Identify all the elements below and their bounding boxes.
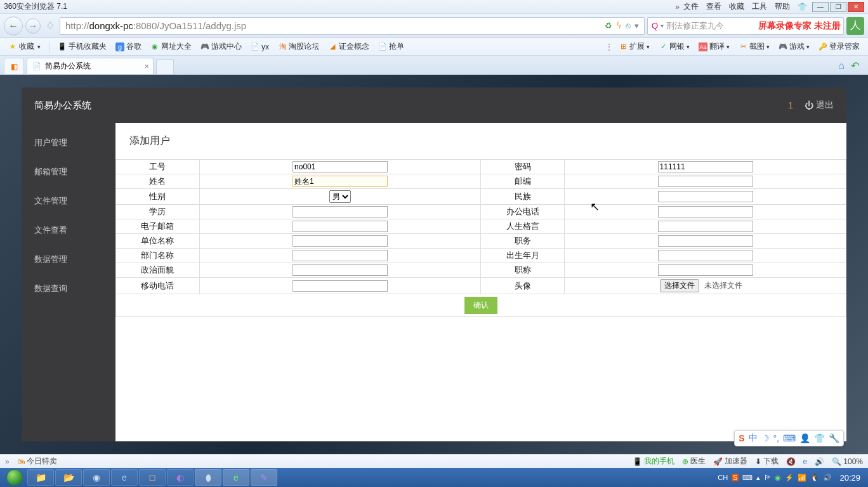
tray-vol-icon[interactable]: 🔊 xyxy=(823,474,832,482)
submit-button[interactable]: 确认 xyxy=(464,297,497,314)
doctor[interactable]: ⊕医生 xyxy=(682,456,706,467)
task-recorder[interactable]: ✎ xyxy=(251,469,277,486)
games-button[interactable]: 🎮游戏▾ xyxy=(775,40,813,53)
menu-more-icon[interactable]: » xyxy=(675,3,680,11)
tab-close-button[interactable]: × xyxy=(144,62,149,71)
task-ie[interactable]: e xyxy=(111,469,138,486)
ie-mode-icon[interactable]: e xyxy=(803,457,808,466)
tray-power-icon[interactable]: ⚡ xyxy=(785,474,794,482)
task-myeclipse[interactable]: ⬮ xyxy=(195,469,221,486)
zoom-level[interactable]: 🔍100% xyxy=(832,457,863,466)
menu-file[interactable]: 文件 xyxy=(683,1,699,12)
new-tab-button[interactable] xyxy=(156,59,174,74)
input-motto[interactable] xyxy=(658,221,753,232)
input-tel[interactable] xyxy=(658,206,753,218)
sidebar-item-query[interactable]: 数据查询 xyxy=(22,274,115,303)
tray-qq-icon[interactable]: 🐧 xyxy=(810,474,819,482)
account-button[interactable]: 人 xyxy=(846,17,864,35)
screenshot-button[interactable]: ✂截图▾ xyxy=(735,40,773,53)
file-choose-button[interactable]: 选择文件 xyxy=(660,279,699,292)
my-phone[interactable]: 📱我的手机 xyxy=(633,456,674,467)
bookmark-zhengjin[interactable]: ◢证金概念 xyxy=(325,40,372,53)
logout-button[interactable]: ⏻退出 xyxy=(805,100,834,111)
input-title[interactable] xyxy=(658,264,753,276)
search-dropdown-icon[interactable]: ▾ xyxy=(661,22,664,29)
active-tab[interactable]: 📄 简易办公系统 × xyxy=(27,58,154,74)
ime-punct-icon[interactable]: °, xyxy=(773,433,780,443)
tray-keyboard-icon[interactable]: ⌨ xyxy=(742,474,753,482)
login-mgr-button[interactable]: 🔑登录管家 xyxy=(815,40,863,53)
today-sale[interactable]: 🛍今日特卖 xyxy=(17,456,57,467)
tray-lang[interactable]: CH xyxy=(718,474,728,481)
search-bar[interactable]: Q ▾ 刑法修正案九今 屏幕录像专家 未注册 xyxy=(647,17,844,35)
menu-view[interactable]: 查看 xyxy=(706,1,721,12)
recycle-icon[interactable]: ♻ xyxy=(605,21,612,30)
bookmark-mobile[interactable]: 📱手机收藏夹 xyxy=(55,40,110,53)
tray-net-icon[interactable]: 📶 xyxy=(798,474,806,482)
bank-button[interactable]: ✓网银▾ xyxy=(655,40,693,53)
window-close[interactable]: ✕ xyxy=(848,2,864,12)
home-icon[interactable]: ⌂ xyxy=(838,60,845,72)
task-explorer[interactable]: 📁 xyxy=(27,469,54,486)
ime-moon-icon[interactable]: ☽ xyxy=(761,433,770,443)
sidebar-item-user[interactable]: 用户管理 xyxy=(22,128,115,157)
accelerator[interactable]: 🚀加速器 xyxy=(713,456,747,467)
dropdown-icon[interactable]: ▾ xyxy=(635,21,639,30)
undo-icon[interactable]: ↶ xyxy=(851,60,859,72)
bookmark-qiangdan[interactable]: 📄抢单 xyxy=(375,40,407,53)
nav-back-button[interactable]: ← xyxy=(4,16,23,36)
sidebar-item-file[interactable]: 文件管理 xyxy=(22,186,115,216)
task-chrome[interactable]: ◉ xyxy=(83,469,110,486)
system-tray[interactable]: CH S ⌨ ▴ 🏳 ◉ ⚡ 📶 🐧 🔊 20:29 xyxy=(713,473,865,483)
task-360[interactable]: e xyxy=(223,469,249,486)
mute-icon[interactable]: 🔇 xyxy=(786,457,796,466)
input-dept[interactable] xyxy=(293,250,388,261)
input-name[interactable] xyxy=(293,176,388,187)
input-zip[interactable] xyxy=(658,176,753,187)
input-birth[interactable] xyxy=(658,250,753,261)
status-chevron-icon[interactable]: » xyxy=(5,457,10,466)
input-mobile[interactable] xyxy=(293,280,388,292)
tray-360-icon[interactable]: ◉ xyxy=(775,474,781,482)
pinned-tab[interactable]: ◧ xyxy=(4,58,24,74)
start-button[interactable] xyxy=(3,469,27,486)
input-duty[interactable] xyxy=(658,235,753,247)
bolt-icon[interactable]: ϟ xyxy=(616,21,622,30)
ext-button[interactable]: ⊞扩展▾ xyxy=(615,40,653,53)
ime-person-icon[interactable]: 👤 xyxy=(799,433,810,443)
input-pwd[interactable] xyxy=(658,161,753,172)
compat-icon[interactable]: ⎋ xyxy=(626,21,631,30)
sidebar-item-fileview[interactable]: 文件查看 xyxy=(22,216,115,245)
translate-button[interactable]: Aa翻译▾ xyxy=(695,40,733,53)
task-eclipse[interactable]: ◐ xyxy=(167,469,194,486)
bookmark-taogu[interactable]: 淘淘股论坛 xyxy=(275,40,322,53)
input-email[interactable] xyxy=(293,221,388,232)
bookmark-google[interactable]: g谷歌 xyxy=(112,40,145,53)
input-edu[interactable] xyxy=(293,206,388,218)
menu-help[interactable]: 帮助 xyxy=(775,1,790,12)
skin-icon[interactable]: 👕 xyxy=(798,3,807,11)
bookmark-sites[interactable]: ◉网址大全 xyxy=(147,40,195,53)
ime-tool-icon[interactable]: 🔧 xyxy=(829,433,839,443)
input-nation[interactable] xyxy=(658,191,753,202)
ime-keyboard-icon[interactable]: ⌨ xyxy=(783,433,796,443)
tray-flag-icon[interactable]: 🏳 xyxy=(764,474,771,481)
window-minimize[interactable]: — xyxy=(812,2,829,12)
address-bar[interactable]: http://dongxk-pc:8080/JyOa1511/addyg.jsp… xyxy=(60,17,645,35)
bookmark-games[interactable]: 🎮游戏中心 xyxy=(197,40,245,53)
ime-lang[interactable]: 中 xyxy=(749,432,758,444)
ime-toolbar[interactable]: S 中 ☽ °, ⌨ 👤 👕 🔧 xyxy=(734,430,844,446)
security-shield-icon[interactable]: ♢ xyxy=(43,19,57,33)
ime-skin-icon[interactable]: 👕 xyxy=(814,433,825,443)
sidebar-item-mail[interactable]: 邮箱管理 xyxy=(22,157,115,186)
menu-tools[interactable]: 工具 xyxy=(752,1,767,12)
window-restore[interactable]: ❐ xyxy=(830,2,846,12)
sidebar-item-data[interactable]: 数据管理 xyxy=(22,245,115,274)
nav-forward-button[interactable]: → xyxy=(25,18,41,34)
notification-count[interactable]: 1 xyxy=(788,100,793,110)
tray-up-icon[interactable]: ▴ xyxy=(756,474,760,482)
menu-fav[interactable]: 收藏 xyxy=(729,1,744,12)
input-org[interactable] xyxy=(293,235,388,247)
volume-icon[interactable]: 🔊 xyxy=(815,457,824,466)
bookmark-yx[interactable]: 📄yx xyxy=(247,41,272,53)
